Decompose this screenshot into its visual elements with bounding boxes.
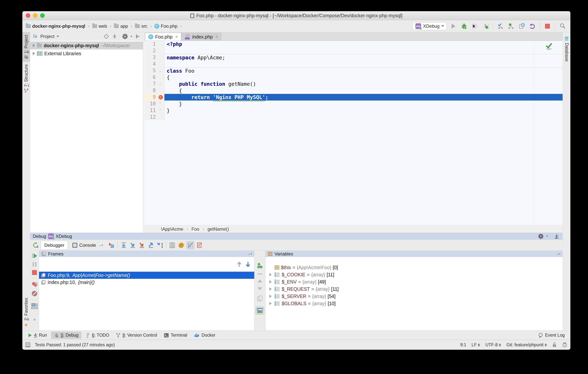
code-line[interactable]: 8 {	[144, 87, 563, 94]
force-step-into-icon[interactable]	[138, 241, 146, 249]
variable-row[interactable]: 123$_REQUEST = {array} [11]	[265, 286, 563, 293]
breadcrumb-item[interactable]: web	[92, 23, 108, 29]
tab-console[interactable]: Console →▪	[69, 241, 106, 250]
variable-row[interactable]: 123$_COOKIE = {array} [11]	[265, 271, 563, 278]
project-tree-row[interactable]: docker-nginx-php-mysql ~/Workspace/	[30, 42, 143, 49]
sidebar-item-database[interactable]: Database	[563, 34, 570, 64]
view-breakpoints-icon[interactable]	[196, 241, 203, 249]
tool-button--run[interactable]: 4: Run	[25, 332, 50, 339]
gutter-fold-column[interactable]	[158, 114, 164, 121]
expand-arrow-icon[interactable]	[33, 52, 35, 55]
expand-arrow-icon[interactable]	[33, 44, 35, 47]
debug-button-icon[interactable]	[460, 22, 468, 30]
code-line[interactable]: 6{	[144, 74, 563, 81]
stop-debug-icon[interactable]	[32, 270, 37, 275]
step-out-icon[interactable]	[147, 241, 155, 249]
float-panel-icon[interactable]: →▪	[247, 252, 252, 256]
highlighting-level-icon[interactable]	[562, 342, 567, 347]
encoding-widget[interactable]: UTF-8	[485, 342, 501, 347]
move-watch-down-icon[interactable]	[257, 287, 262, 290]
gutter-fold-column[interactable]: ⌃	[158, 107, 164, 114]
variable-expander[interactable]	[268, 280, 273, 284]
step-into-icon[interactable]	[129, 241, 137, 249]
resume-program-icon[interactable]	[32, 253, 38, 259]
frame-row[interactable]: Foo.php:9, App|Acme|Foo->getName()	[39, 272, 254, 279]
move-watch-up-icon[interactable]	[257, 279, 262, 282]
commit-changes-icon[interactable]	[507, 22, 515, 30]
line-number[interactable]: 9	[144, 94, 158, 100]
line-number[interactable]: 11	[144, 107, 158, 114]
gutter-fold-column[interactable]: ⌃	[158, 100, 164, 107]
tool-button--version-control[interactable]: 9: Version Control	[113, 332, 160, 339]
frame-row[interactable]: index.php:10, {main}()	[39, 279, 254, 286]
listen-debug-connections-icon[interactable]	[481, 22, 489, 30]
tool-button--todo[interactable]: 6: TODO	[83, 332, 112, 339]
inspections-ok-icon[interactable]	[545, 42, 553, 51]
tool-button--debug[interactable]: 5: Debug	[51, 332, 81, 339]
gutter-fold-column[interactable]	[158, 74, 164, 81]
editor-body[interactable]: 1<?php23namespace App\Acme;45⌄class Foo6…	[144, 41, 563, 225]
caret-position-widget[interactable]: 9:1	[460, 342, 466, 347]
breadcrumb-item[interactable]: CFoo.php	[154, 23, 178, 29]
previous-frame-icon[interactable]	[237, 262, 242, 267]
step-over-icon[interactable]	[120, 241, 128, 249]
event-log-button[interactable]: Event Log	[538, 333, 567, 338]
run-to-cursor-icon[interactable]	[156, 241, 164, 249]
expand-arrow-icon[interactable]	[269, 287, 272, 291]
gutter-fold-column[interactable]	[158, 41, 164, 47]
rollback-icon[interactable]	[528, 22, 536, 30]
code-line[interactable]: 7⌄ public function getName()	[144, 81, 563, 87]
chevron-down-icon[interactable]	[546, 236, 548, 237]
tool-button-docker[interactable]: Docker	[191, 332, 218, 339]
gutter-fold-column[interactable]	[158, 54, 164, 61]
close-tab-icon[interactable]: ×	[175, 34, 178, 39]
expand-arrow-icon[interactable]	[269, 273, 272, 276]
code-line[interactable]: 9✓ return 'Nginx PHP MySQL';	[144, 94, 563, 100]
line-number[interactable]: 10	[144, 100, 158, 107]
stop-icon[interactable]	[544, 22, 551, 30]
editor-tab-index-php[interactable]: phpindex.php×	[181, 33, 221, 41]
editor-breadcrumb-item[interactable]: getName()	[207, 226, 229, 232]
tab-debugger[interactable]: Debugger	[41, 241, 68, 250]
view-breakpoints-stripe-icon[interactable]	[32, 281, 38, 287]
fold-collapse-icon[interactable]: ⌄	[159, 69, 162, 72]
show-execution-point-icon[interactable]	[108, 241, 116, 249]
code-line[interactable]: 10⌃ }	[144, 100, 563, 107]
more-stripe-actions-icon[interactable]: »	[33, 317, 36, 322]
line-number[interactable]: 5	[144, 67, 158, 74]
git-branch-widget[interactable]: Git: feature/phpunit	[506, 342, 547, 347]
code-line[interactable]: 1<?php	[144, 41, 563, 47]
pause-program-icon[interactable]	[32, 262, 37, 267]
hide-panel-icon[interactable]	[135, 33, 141, 40]
update-project-icon[interactable]	[496, 22, 504, 30]
expand-arrow-icon[interactable]	[269, 295, 272, 298]
variable-expander[interactable]	[268, 295, 273, 298]
line-number[interactable]: 3	[144, 54, 158, 61]
breadcrumb-item[interactable]: src	[134, 23, 148, 29]
sidebar-item-favorites[interactable]: 2: Favorites★	[22, 295, 30, 330]
line-number[interactable]: 2	[144, 47, 158, 54]
expand-arrow-icon[interactable]	[269, 302, 272, 305]
copy-watch-icon[interactable]	[257, 295, 263, 302]
breadcrumb-item[interactable]: app	[113, 23, 129, 29]
gutter-fold-column[interactable]: ✓	[158, 94, 164, 100]
gutter-fold-column[interactable]: ⌄	[158, 67, 164, 74]
lock-icon[interactable]	[552, 342, 557, 347]
editor-tab-Foo-php[interactable]: CFoo.php×	[145, 33, 181, 41]
gutter-fold-column[interactable]	[158, 87, 164, 94]
line-separator-widget[interactable]: LF	[472, 342, 480, 347]
variable-expander[interactable]	[268, 273, 273, 276]
evaluate-expression-icon[interactable]	[168, 241, 176, 249]
rerun-icon[interactable]	[32, 241, 40, 249]
remove-watch-icon[interactable]	[257, 274, 262, 275]
show-watches-in-variables-icon[interactable]	[256, 307, 264, 315]
hide-debug-panel-icon[interactable]	[554, 233, 560, 240]
chevron-down-icon[interactable]	[130, 36, 132, 37]
variable-expander[interactable]	[268, 287, 273, 291]
close-tab-icon[interactable]: ×	[215, 34, 218, 39]
line-number[interactable]: 6	[144, 74, 158, 81]
project-tree-row[interactable]: External Libraries	[30, 49, 143, 57]
line-number[interactable]: 8	[144, 87, 158, 94]
code-line[interactable]: 2	[144, 47, 563, 54]
search-everywhere-icon[interactable]	[559, 22, 567, 30]
